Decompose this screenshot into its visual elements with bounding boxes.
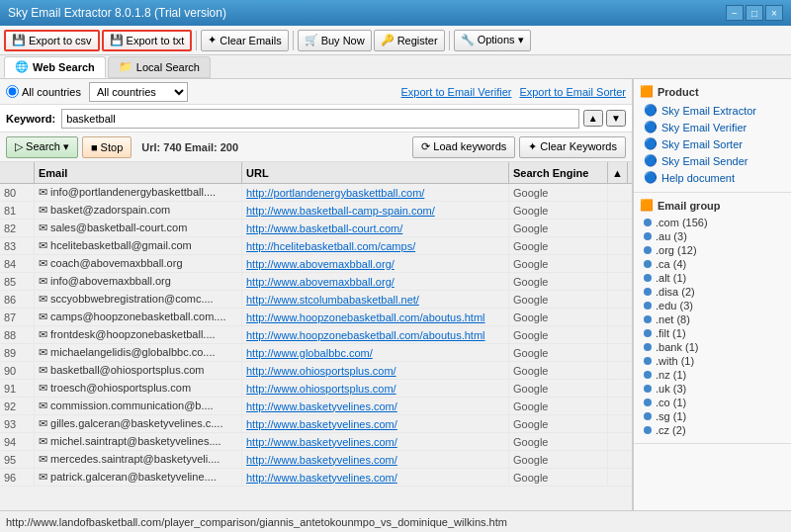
- cell-num: 92: [0, 398, 35, 414]
- buy-now-button[interactable]: 🛒 Buy Now: [298, 30, 372, 51]
- list-item[interactable]: .bank (1): [640, 340, 785, 354]
- product-item[interactable]: 🔵 Sky Email Verifier: [640, 119, 785, 135]
- export-csv-button[interactable]: 💾 Export to csv: [4, 30, 100, 51]
- list-item[interactable]: .com (156): [640, 216, 785, 229]
- cell-email: ✉ michel.saintrapt@basketyvelines....: [35, 433, 242, 450]
- product-items: 🔵 Sky Email Extractor🔵 Sky Email Verifie…: [640, 102, 785, 186]
- stop-button[interactable]: ■ Stop: [82, 136, 132, 158]
- table-row: 86 ✉ sccyobbwebregistration@comc.... htt…: [0, 291, 632, 309]
- cell-url[interactable]: http://www.basketyvelines.com/: [242, 469, 509, 486]
- list-item[interactable]: .co (1): [640, 396, 785, 409]
- tab-web-search[interactable]: 🌐 Web Search: [4, 56, 106, 78]
- group-item-label: .edu (3): [656, 300, 693, 311]
- cell-url[interactable]: http://hcelitebasketball.com/camps/: [242, 237, 509, 254]
- list-item[interactable]: .alt (1): [640, 271, 785, 285]
- keyword-scroll-down[interactable]: ▼: [606, 110, 626, 127]
- cell-url[interactable]: http://www.hoopzonebasketball.com/aboutu…: [242, 326, 509, 343]
- list-item[interactable]: .au (3): [640, 229, 785, 243]
- list-item[interactable]: .uk (3): [640, 382, 785, 396]
- group-item-label: .alt (1): [656, 272, 686, 284]
- product-item-icon: 🔵: [644, 104, 658, 117]
- cell-num: 89: [0, 344, 35, 361]
- load-keywords-button[interactable]: ⟳ Load keywords: [412, 136, 515, 158]
- list-item[interactable]: .cz (2): [640, 423, 785, 437]
- list-item[interactable]: .nz (1): [640, 368, 785, 382]
- cell-email: ✉ sccyobbwebregistration@comc....: [35, 291, 242, 308]
- options-button[interactable]: 🔧 Options ▾: [454, 30, 531, 51]
- product-item[interactable]: 🔵 Help document: [640, 169, 785, 186]
- cell-engine: Google: [509, 344, 608, 361]
- cell-url[interactable]: http://www.basketyvelines.com/: [242, 415, 509, 432]
- cell-url[interactable]: http://www.hoopzonebasketball.com/aboutu…: [242, 309, 509, 325]
- cell-url[interactable]: http://www.stcolumbabasketball.net/: [242, 291, 509, 308]
- export-verifier-link[interactable]: Export to Email Verifier: [401, 86, 512, 98]
- cell-email: ✉ gilles.galceran@basketyvelines.c....: [35, 415, 242, 432]
- cell-url[interactable]: http://www.basketyvelines.com/: [242, 451, 509, 468]
- clear-keywords-button[interactable]: ✦ Clear Keywords: [519, 136, 626, 158]
- country-select[interactable]: All countries: [89, 82, 188, 102]
- cell-email: ✉ troesch@ohiosportsplus.com: [35, 380, 242, 397]
- list-item[interactable]: .sg (1): [640, 409, 785, 423]
- product-item[interactable]: 🔵 Sky Email Extractor: [640, 102, 785, 119]
- table-body: 80 ✉ info@portlandenergybaskettball.... …: [0, 184, 632, 510]
- main-area: All countries All countries Export to Em…: [0, 79, 791, 510]
- product-item[interactable]: 🔵 Sky Email Sorter: [640, 135, 785, 152]
- list-item[interactable]: .disa (2): [640, 285, 785, 299]
- list-item[interactable]: .ca (4): [640, 257, 785, 271]
- minimize-button[interactable]: −: [726, 5, 744, 21]
- toolbar: 💾 Export to csv 💾 Export to txt ✦ Clear …: [0, 26, 791, 55]
- group-dot: [644, 232, 652, 240]
- cell-url[interactable]: http://www.abovemaxbball.org/: [242, 273, 509, 290]
- table-row: 83 ✉ hcelitebasketball@gmail.com http://…: [0, 237, 632, 255]
- product-item-icon: 🔵: [644, 137, 658, 150]
- tab-local-search[interactable]: 📁 Local Search: [108, 56, 211, 78]
- table-header: Email URL Search Engine ▲: [0, 162, 632, 184]
- list-item[interactable]: .with (1): [640, 354, 785, 368]
- cell-num: 94: [0, 433, 35, 450]
- cell-url[interactable]: http://www.basketball-court.com/: [242, 220, 509, 236]
- list-item[interactable]: .edu (3): [640, 299, 785, 312]
- filter-links: Export to Email Verifier Export to Email…: [401, 86, 626, 98]
- cell-url[interactable]: http://www.basketyvelines.com/: [242, 433, 509, 450]
- group-item-label: .bank (1): [656, 341, 698, 353]
- table-row: 85 ✉ info@abovemaxbball.org http://www.a…: [0, 273, 632, 291]
- all-countries-radio[interactable]: All countries: [6, 85, 81, 98]
- list-item[interactable]: .net (8): [640, 312, 785, 326]
- group-item-label: .with (1): [656, 355, 694, 367]
- all-countries-input[interactable]: [6, 85, 19, 98]
- export-txt-button[interactable]: 💾 Export to txt: [102, 30, 193, 51]
- keyword-bar: Keyword: ▲ ▼: [0, 105, 632, 133]
- table-row: 88 ✉ frontdesk@hoopzonebasketball.... ht…: [0, 326, 632, 344]
- search-button[interactable]: ▷ Search ▾: [6, 136, 78, 158]
- cell-num: 85: [0, 273, 35, 290]
- group-dot: [644, 412, 652, 420]
- action-bar: ▷ Search ▾ ■ Stop Url: 740 Email: 200 ⟳ …: [0, 133, 632, 162]
- product-item-label: Sky Email Sender: [661, 155, 747, 167]
- maximize-button[interactable]: □: [746, 5, 763, 21]
- cell-url[interactable]: http://portlandenergybaskettball.com/: [242, 184, 509, 201]
- keyword-scroll-up[interactable]: ▲: [583, 110, 603, 127]
- export-sorter-link[interactable]: Export to Email Sorter: [519, 86, 626, 98]
- clear-emails-button[interactable]: ✦ Clear Emails: [201, 30, 288, 51]
- list-item[interactable]: .org (12): [640, 243, 785, 257]
- close-button[interactable]: ×: [765, 5, 783, 21]
- product-section: 🟧 Product 🔵 Sky Email Extractor🔵 Sky Ema…: [634, 79, 791, 193]
- register-button[interactable]: 🔑 Register: [374, 30, 445, 51]
- cell-url[interactable]: http://www.globalbbc.com/: [242, 344, 509, 361]
- table-row: 93 ✉ gilles.galceran@basketyvelines.c...…: [0, 415, 632, 433]
- cell-url[interactable]: http://www.basketball-camp-spain.com/: [242, 202, 509, 219]
- col-url: URL: [242, 162, 509, 183]
- cell-num: 81: [0, 202, 35, 219]
- cell-url[interactable]: http://www.ohiosportsplus.com/: [242, 362, 509, 379]
- cell-url[interactable]: http://www.abovemaxbball.org/: [242, 255, 509, 272]
- product-item[interactable]: 🔵 Sky Email Sender: [640, 152, 785, 169]
- cell-url[interactable]: http://www.ohiosportsplus.com/: [242, 380, 509, 397]
- search-dropdown-icon[interactable]: ▾: [63, 140, 69, 153]
- toolbar-separator-3: [449, 31, 450, 50]
- group-dot: [644, 288, 652, 296]
- list-item[interactable]: .filt (1): [640, 326, 785, 340]
- cell-url[interactable]: http://www.basketyvelines.com/: [242, 398, 509, 414]
- right-panel: 🟧 Product 🔵 Sky Email Extractor🔵 Sky Ema…: [633, 79, 791, 510]
- keyword-input[interactable]: [61, 109, 579, 129]
- group-items: .com (156) .au (3) .org (12) .ca (4) .al…: [640, 216, 785, 437]
